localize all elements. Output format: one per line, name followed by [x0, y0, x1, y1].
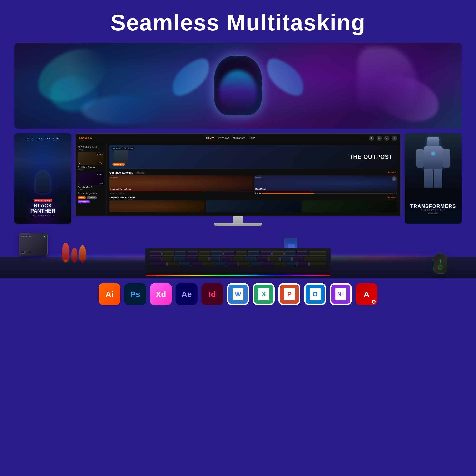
app-icon-photoshop[interactable]: Ps — [124, 283, 146, 305]
minnal-progress-fill — [255, 192, 311, 192]
key-f11[interactable] — [284, 251, 296, 255]
key-f2[interactable] — [175, 251, 186, 255]
trending-badge: #1 Trending — [110, 176, 118, 178]
key-tab[interactable] — [150, 262, 167, 266]
mouse[interactable] — [433, 254, 447, 274]
prev-icon[interactable]: ⏮ — [255, 192, 256, 194]
trailer-play-1[interactable]: ▶ — [79, 162, 80, 164]
friends-text: +2 friends are watching — [116, 148, 133, 149]
app-icon-illustrator[interactable]: Ai — [99, 283, 120, 305]
key-2[interactable] — [174, 256, 185, 261]
key-y[interactable] — [227, 262, 238, 266]
trailer-views-1: @ 2.3 M — [96, 153, 103, 155]
genre-western[interactable]: Western — [87, 196, 97, 199]
next-icon[interactable]: ⏭ — [259, 192, 261, 194]
key-enter[interactable] — [309, 262, 326, 266]
profile-icon[interactable]: 👤 — [392, 136, 397, 141]
popular-cards — [109, 200, 397, 212]
app-icon-xd[interactable]: Xd — [150, 283, 172, 305]
genre-action[interactable]: Action — [78, 196, 86, 199]
key-t[interactable] — [215, 262, 226, 266]
desk-section: GEEKOMPC 📱 — [0, 226, 476, 278]
key-q[interactable] — [167, 262, 178, 266]
friends-watching-badge: 👥 +2 friends are watching — [111, 147, 135, 150]
key-9[interactable] — [257, 256, 268, 261]
logo-accent: M — [79, 136, 82, 140]
key-f8[interactable] — [248, 251, 259, 255]
key-3[interactable] — [186, 256, 197, 261]
key-4[interactable] — [198, 256, 209, 261]
app-icon-indesign[interactable]: Id — [201, 283, 223, 305]
rocket-1 — [62, 243, 69, 261]
search-icon[interactable]: 🔍 — [369, 136, 374, 141]
popular-all-link[interactable]: All movies › — [386, 196, 397, 199]
key-f6[interactable] — [223, 251, 235, 255]
streaming-app: MOVEA Movies TV shows Animations Plans 🔍… — [76, 134, 400, 216]
poster-right: TRANSFORMERS THE LAST KNIGHT JUNE 2017 — [405, 133, 462, 224]
trailer-card-1[interactable]: @ 2.3 M ▶ 02:18 Bheeshma Parvam 3hr ago — [78, 152, 104, 170]
key-0[interactable] — [269, 256, 280, 261]
key-f4[interactable] — [199, 251, 210, 255]
key-f3[interactable] — [187, 251, 198, 255]
key-esc[interactable] — [150, 251, 162, 255]
grid-icon[interactable]: ⊞ — [384, 136, 389, 141]
refresh-icon[interactable]: ↻ — [376, 136, 382, 141]
key-backspace[interactable] — [304, 256, 326, 261]
mini-pc: GEEKOMPC — [19, 233, 50, 259]
key-6[interactable] — [221, 256, 232, 261]
app-icon-aftereffects[interactable]: Ae — [176, 283, 198, 305]
seek-bar[interactable] — [262, 193, 393, 194]
key-f12[interactable] — [297, 251, 308, 255]
key-f1[interactable] — [162, 251, 174, 255]
key-minus[interactable] — [280, 256, 291, 261]
popular-card-2[interactable] — [206, 200, 301, 212]
app-icon-autocad[interactable]: A ⬤ — [356, 283, 377, 305]
continue-card-spiderman[interactable]: Spiderman: No way home #1 Trending Dec 2… — [109, 175, 253, 194]
key-i[interactable] — [250, 262, 261, 266]
all-movies-link[interactable]: All movies › — [386, 171, 397, 174]
nav-movies[interactable]: Movies — [206, 136, 214, 140]
key-rbracket[interactable] — [298, 262, 309, 266]
genre-adventures[interactable]: Adventures — [78, 200, 90, 203]
robot-figure — [415, 137, 451, 192]
keyboard-body — [145, 248, 331, 276]
key-tilde[interactable] — [150, 256, 161, 261]
app-icon-word[interactable]: W — [227, 283, 249, 305]
key-e[interactable] — [191, 262, 202, 266]
key-8[interactable] — [245, 256, 256, 261]
key-f5[interactable] — [211, 251, 222, 255]
play-pause-icon[interactable]: ⏸ — [257, 192, 258, 194]
trailer-card-2[interactable]: @ 1.1 M ▶ 02:6 Black Panther 2 3h ago — [78, 172, 104, 190]
key-7[interactable] — [233, 256, 244, 261]
key-f9[interactable] — [260, 251, 272, 255]
autocad-text: A — [364, 290, 370, 299]
mouse-scroll-wheel[interactable] — [440, 260, 441, 262]
key-lbracket[interactable] — [286, 262, 297, 266]
key-f7[interactable] — [236, 251, 247, 255]
app-icon-powerpoint[interactable]: P — [278, 283, 300, 305]
popular-card-3[interactable] — [303, 200, 397, 212]
trailer-play-2[interactable]: ▶ — [79, 182, 80, 184]
keyboard[interactable] — [145, 248, 331, 276]
nav-animations[interactable]: Animations — [233, 136, 245, 140]
continue-card-minnal[interactable]: Minnal Murali Dec 2021 👤 ⏮ — [255, 175, 397, 194]
watch-now-button[interactable]: Watch Now — [112, 163, 125, 166]
key-p[interactable] — [274, 262, 285, 266]
key-r[interactable] — [203, 262, 214, 266]
app-icon-excel[interactable]: X — [253, 283, 275, 305]
key-equals[interactable] — [292, 256, 304, 261]
character-wing-right — [260, 56, 310, 98]
key-o[interactable] — [262, 262, 273, 266]
app-icon-onenote[interactable]: N≡ — [330, 283, 352, 305]
key-5[interactable] — [209, 256, 221, 261]
key-del[interactable] — [309, 251, 326, 255]
nav-tvshows[interactable]: TV shows — [218, 136, 229, 140]
popular-card-1[interactable] — [109, 200, 204, 212]
key-1[interactable] — [162, 256, 173, 261]
key-f10[interactable] — [272, 251, 284, 255]
nav-plans[interactable]: Plans — [249, 136, 255, 140]
key-w[interactable] — [179, 262, 190, 266]
featured-banner: 👥 +2 friends are watching THE OUTPOST Wa… — [109, 145, 397, 169]
key-u[interactable] — [238, 262, 250, 266]
app-icon-outlook[interactable]: O — [304, 283, 326, 305]
